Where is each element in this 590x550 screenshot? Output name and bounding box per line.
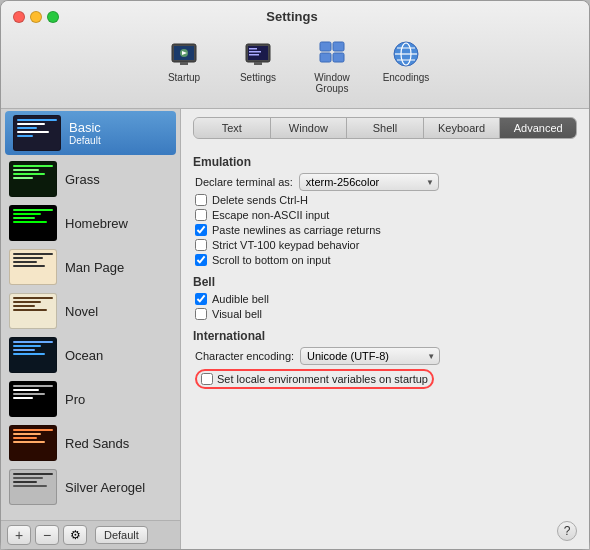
thumb-red-sands [9, 425, 57, 461]
sidebar-item-red-sands[interactable]: Red Sands [1, 421, 180, 465]
svg-rect-7 [249, 48, 257, 50]
visual-bell-checkbox[interactable] [195, 308, 207, 320]
toolbar-item-encodings[interactable]: Encodings [374, 34, 438, 98]
emulation-title: Emulation [193, 155, 577, 169]
scroll-bottom-checkbox[interactable] [195, 254, 207, 266]
tab-text[interactable]: Text [194, 118, 271, 138]
svg-rect-2 [180, 62, 188, 65]
paste-newlines-label: Paste newlines as carriage returns [212, 224, 381, 236]
encoding-row: Character encoding: Unicode (UTF-8) UTF-… [195, 347, 577, 365]
svg-rect-11 [320, 42, 331, 51]
locale-highlight: Set locale environment variables on star… [195, 369, 434, 389]
emulation-content: Declare terminal as: xterm-256color xter… [193, 173, 577, 269]
homebrew-name: Homebrew [65, 216, 128, 231]
locale-vars-label: Set locale environment variables on star… [217, 373, 428, 385]
audible-bell-row: Audible bell [195, 293, 577, 305]
delete-ctrl-h-label: Delete sends Ctrl-H [212, 194, 308, 206]
encoding-label: Character encoding: [195, 350, 294, 362]
profile-actions-button[interactable]: ⚙ [63, 525, 87, 545]
bell-title: Bell [193, 275, 577, 289]
sidebar: Basic Default Gras [1, 109, 181, 549]
tab-shell[interactable]: Shell [347, 118, 424, 138]
thumb-pro [9, 381, 57, 417]
declare-terminal-select[interactable]: xterm-256color xterm vt100 [299, 173, 439, 191]
help-button[interactable]: ? [557, 521, 577, 541]
strict-vt100-checkbox[interactable] [195, 239, 207, 251]
locale-row: Set locale environment variables on star… [195, 369, 577, 389]
tab-advanced[interactable]: Advanced [500, 118, 576, 138]
window-groups-icon [316, 38, 348, 70]
homebrew-text: Homebrew [65, 216, 128, 231]
set-default-button[interactable]: Default [95, 526, 148, 544]
basic-name: Basic [69, 120, 101, 135]
man-page-name: Man Page [65, 260, 124, 275]
thumb-man-page [9, 249, 57, 285]
scroll-bottom-row: Scroll to bottom on input [195, 254, 577, 266]
strict-vt100-label: Strict VT-100 keypad behavior [212, 239, 359, 251]
delete-ctrl-h-checkbox[interactable] [195, 194, 207, 206]
delete-ctrl-h-row: Delete sends Ctrl-H [195, 194, 577, 206]
scroll-bottom-label: Scroll to bottom on input [212, 254, 331, 266]
locale-vars-checkbox[interactable] [201, 373, 213, 385]
grass-text: Grass [65, 172, 100, 187]
escape-non-ascii-label: Escape non-ASCII input [212, 209, 329, 221]
tab-keyboard[interactable]: Keyboard [424, 118, 501, 138]
thumb-grass [9, 161, 57, 197]
encoding-select[interactable]: Unicode (UTF-8) UTF-16 Latin-1 [300, 347, 440, 365]
sidebar-item-ocean[interactable]: Ocean [1, 333, 180, 377]
minimize-button[interactable] [30, 11, 42, 23]
visual-bell-label: Visual bell [212, 308, 262, 320]
sidebar-item-man-page[interactable]: Man Page [1, 245, 180, 289]
thumb-novel [9, 293, 57, 329]
audible-bell-checkbox[interactable] [195, 293, 207, 305]
toolbar-settings-label: Settings [240, 72, 276, 83]
sidebar-item-basic[interactable]: Basic Default [5, 111, 176, 155]
ocean-name: Ocean [65, 348, 103, 363]
red-sands-name: Red Sands [65, 436, 129, 451]
international-title: International [193, 329, 577, 343]
sidebar-item-grass[interactable]: Grass [1, 157, 180, 201]
startup-icon [168, 38, 200, 70]
close-button[interactable] [13, 11, 25, 23]
toolbar-window-groups-label: Window Groups [304, 72, 360, 94]
paste-newlines-row: Paste newlines as carriage returns [195, 224, 577, 236]
tabs-row: Text Window Shell Keyboard Advanced [193, 117, 577, 139]
sidebar-item-pro[interactable]: Pro [1, 377, 180, 421]
toolbar-item-settings[interactable]: Settings [226, 34, 290, 98]
pro-text: Pro [65, 392, 85, 407]
sidebar-item-novel[interactable]: Novel [1, 289, 180, 333]
sidebar-item-homebrew[interactable]: Homebrew [1, 201, 180, 245]
thumb-silver-aerogel [9, 469, 57, 505]
window-title: Settings [59, 9, 525, 24]
sidebar-list: Basic Default Gras [1, 109, 180, 520]
traffic-lights [13, 11, 59, 23]
escape-non-ascii-row: Escape non-ASCII input [195, 209, 577, 221]
svg-rect-10 [254, 62, 262, 65]
remove-profile-button[interactable]: − [35, 525, 59, 545]
red-sands-text: Red Sands [65, 436, 129, 451]
svg-rect-9 [249, 54, 259, 56]
tab-window[interactable]: Window [271, 118, 348, 138]
panel-footer: ? [193, 521, 577, 541]
strict-vt100-row: Strict VT-100 keypad behavior [195, 239, 577, 251]
escape-non-ascii-checkbox[interactable] [195, 209, 207, 221]
add-profile-button[interactable]: + [7, 525, 31, 545]
paste-newlines-checkbox[interactable] [195, 224, 207, 236]
toolbar-item-window-groups[interactable]: Window Groups [300, 34, 364, 98]
grass-name: Grass [65, 172, 100, 187]
basic-sub: Default [69, 135, 101, 146]
thumb-basic [13, 115, 61, 151]
toolbar-startup-label: Startup [168, 72, 200, 83]
maximize-button[interactable] [47, 11, 59, 23]
declare-select-wrapper: xterm-256color xterm vt100 [299, 173, 439, 191]
titlebar: Settings Startup [1, 1, 589, 109]
bell-content: Audible bell Visual bell [193, 293, 577, 323]
novel-text: Novel [65, 304, 98, 319]
toolbar-item-startup[interactable]: Startup [152, 34, 216, 98]
sidebar-footer: + − ⚙ Default [1, 520, 180, 549]
sidebar-item-silver-aerogel[interactable]: Silver Aerogel [1, 465, 180, 509]
settings-panel: Text Window Shell Keyboard Advanced Emul… [181, 109, 589, 549]
toolbar-encodings-label: Encodings [383, 72, 430, 83]
encodings-icon [390, 38, 422, 70]
toolbar: Startup Settings [152, 30, 438, 104]
